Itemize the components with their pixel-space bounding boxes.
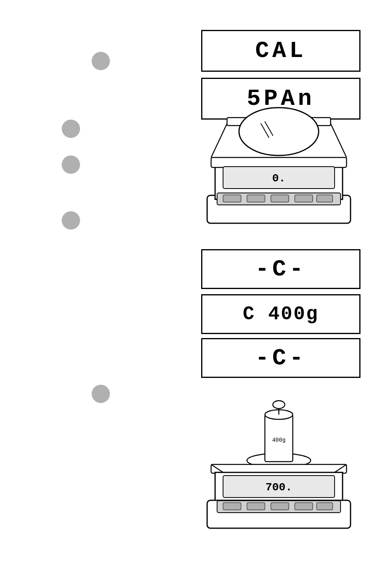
c-weight-display: C 400g (201, 294, 360, 334)
svg-rect-2 (211, 157, 347, 167)
bullet-3 (62, 155, 80, 174)
bullet-4 (62, 211, 80, 230)
c-dash-text-1: -C- (255, 256, 306, 282)
page-container: CAL 5PAn 0. (0, 0, 380, 588)
c-dash-text-2: -C- (255, 345, 306, 371)
svg-line-3 (211, 124, 227, 157)
cal-text: CAL (255, 38, 306, 64)
svg-rect-13 (247, 195, 265, 202)
svg-rect-12 (223, 195, 241, 202)
svg-rect-15 (295, 195, 313, 202)
svg-rect-33 (271, 503, 289, 510)
svg-text:700.: 700. (265, 481, 292, 494)
scale-1-illustration: 0. (195, 100, 362, 231)
svg-rect-34 (295, 503, 313, 510)
svg-rect-14 (271, 195, 289, 202)
svg-text:400g: 400g (272, 437, 286, 443)
bullet-5 (92, 385, 110, 403)
svg-rect-31 (223, 503, 241, 510)
c-dash-display-2: -C- (201, 338, 360, 378)
svg-point-20 (273, 401, 285, 409)
cal-display: CAL (201, 30, 360, 72)
svg-text:0.: 0. (272, 172, 286, 185)
svg-rect-35 (317, 503, 333, 510)
svg-point-6 (239, 108, 319, 155)
c-dash-display-1: -C- (201, 249, 360, 289)
svg-line-4 (331, 124, 347, 157)
bullet-2 (62, 120, 80, 138)
scale-2-illustration: 400g 700. (195, 383, 362, 542)
c-weight-text: C 400g (243, 303, 319, 325)
bullet-1 (92, 52, 110, 70)
svg-rect-16 (317, 195, 333, 202)
svg-rect-32 (247, 503, 265, 510)
